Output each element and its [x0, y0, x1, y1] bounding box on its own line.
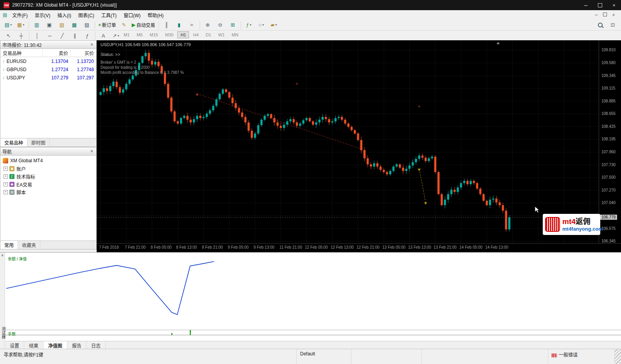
timeframe-button-M1[interactable]: M1	[121, 31, 133, 38]
profiles-button[interactable]: ▦▾	[14, 20, 27, 30]
text-tool-button[interactable]: A	[97, 31, 110, 40]
menu-item-charts[interactable]: 图表(C)	[75, 11, 98, 20]
terminal-icon: ▩	[72, 22, 77, 28]
market-watch-button[interactable]: ▥	[31, 20, 43, 30]
chart-close-button[interactable]: ×	[609, 13, 618, 17]
time-axis-label: 12 Feb 21:00	[356, 245, 380, 249]
tree-item-label: 脚本	[16, 189, 26, 195]
menu-item-file[interactable]: 文件(F)	[9, 11, 31, 20]
maximize-button[interactable]	[593, 0, 607, 10]
horizontal-line-tool-button[interactable]: ─	[43, 31, 56, 40]
ea-status-line: Month profit according to Balance is = 3…	[101, 70, 184, 75]
equity-chart[interactable]	[5, 253, 621, 341]
tester-tabs: 设置结果净值图报告日志	[5, 341, 621, 350]
chart-minimize-button[interactable]: ─	[592, 13, 601, 17]
indicators-icon: ƒ	[246, 22, 249, 28]
timeframe-button-H4[interactable]: H4	[190, 31, 202, 38]
minimize-button[interactable]: ─	[579, 0, 593, 10]
timeframe-button-D1[interactable]: D1	[203, 31, 214, 38]
templates-button[interactable]: ▰▾	[268, 20, 280, 30]
terminal-button[interactable]: ▩	[68, 20, 81, 30]
close-button[interactable]: ×	[607, 0, 621, 10]
zoom-out-button[interactable]: ⊖	[214, 20, 227, 30]
indicators-button[interactable]: ƒ▾	[243, 20, 255, 30]
periods-button[interactable]: ○▾	[255, 20, 268, 30]
timeframe-button-H1[interactable]: H1	[177, 31, 189, 38]
navigator-item-账户[interactable]: +▣账户	[0, 165, 96, 172]
menu-item-view[interactable]: 显示(V)	[31, 11, 54, 20]
expand-plus-icon[interactable]: +	[4, 167, 8, 171]
price-scale-label: 107.730	[601, 163, 616, 167]
toolbar-separator	[29, 21, 29, 29]
expand-plus-icon[interactable]: +	[4, 190, 8, 194]
timeframe-button-MN[interactable]: MN	[229, 31, 241, 38]
navigator-tab-常用[interactable]: 常用	[0, 241, 18, 249]
navigator-tabs: 常用收藏夹	[0, 240, 96, 249]
autotrading-button[interactable]: ▶自动交易	[130, 20, 157, 30]
timeframe-button-M5[interactable]: M5	[133, 31, 146, 38]
tester-tab-结果[interactable]: 结果	[24, 341, 43, 350]
market-watch-close-button[interactable]: ×	[89, 42, 94, 47]
chart-restore-button[interactable]	[601, 13, 609, 17]
connection-bars-icon	[552, 353, 557, 357]
menu-item-window[interactable]: 窗口(W)	[120, 11, 144, 20]
navigator-tab-收藏夹[interactable]: 收藏夹	[18, 241, 40, 249]
price-scale-label: 106.575	[601, 226, 616, 231]
new-order-button[interactable]: +新订单	[97, 20, 118, 30]
vertical-line-tool-button[interactable]: │	[31, 31, 43, 40]
tester-tab-净值图[interactable]: 净值图	[43, 341, 67, 350]
time-axis-label: 13 Feb 21:00	[434, 245, 457, 249]
market-watch-tab-即时图[interactable]: 即时图	[27, 138, 50, 147]
zoom-in-button[interactable]: ⊕	[202, 20, 214, 30]
timeframe-button-W1[interactable]: W1	[215, 31, 228, 38]
menu-item-tools[interactable]: 工具(T)	[98, 11, 120, 20]
trendline-tool-button[interactable]: ╱	[56, 31, 68, 40]
expand-plus-icon[interactable]: +	[4, 182, 8, 186]
data-window-button[interactable]: ▣	[43, 20, 56, 30]
navigator-item-脚本[interactable]: +▤脚本	[0, 188, 96, 196]
bar-chart-button[interactable]: ║	[160, 20, 173, 30]
metaeditor-button[interactable]: ✎	[118, 20, 130, 30]
mt4-logo-icon	[3, 158, 8, 163]
chart-options-button[interactable]: ⊡	[607, 20, 619, 30]
status-connection[interactable]: 一般错误	[548, 349, 615, 364]
status-profile[interactable]: Default	[297, 349, 351, 364]
cursor-tool-button[interactable]: ↖	[2, 31, 15, 40]
strategy-tester-button[interactable]: ▨	[81, 20, 93, 30]
tester-tab-报告[interactable]: 报告	[67, 341, 86, 350]
navigator-item-EA交易[interactable]: +◆EA交易	[0, 180, 96, 188]
menu-item-insert[interactable]: 插入(I)	[54, 11, 75, 20]
crosshair-tool-button[interactable]: ┼	[15, 31, 27, 40]
navigator-item-技术指标[interactable]: +ƒ技术指标	[0, 172, 96, 180]
timeframe-button-M15[interactable]: M15	[147, 31, 161, 38]
find-symbol-button[interactable]	[594, 20, 607, 30]
new-order-label: 新订单	[102, 22, 116, 28]
tester-close-button[interactable]: ×	[0, 253, 5, 258]
tile-windows-button[interactable]: ⊞	[227, 20, 239, 30]
market-watch-row[interactable]: ↕EURUSD1.137041.13720	[0, 57, 96, 65]
tester-tab-日志[interactable]: 日志	[86, 341, 106, 350]
timeframe-button-M30[interactable]: M30	[162, 31, 176, 38]
market-watch-row[interactable]: ↕USDJPY107.279107.297	[0, 74, 96, 82]
navigator-close-button[interactable]: ×	[89, 149, 94, 154]
restore-icon	[603, 13, 607, 16]
chart-shift-marker[interactable]	[497, 42, 500, 44]
navigator-button[interactable]: ▧	[56, 20, 68, 30]
menu-item-help[interactable]: 帮助(H)	[144, 11, 167, 20]
channel-tool-button[interactable]: ∥	[68, 31, 81, 40]
chart-window[interactable]: USDJPY,H1 106.549 106.806 106.547 106.77…	[97, 40, 621, 252]
price-scale-label: 107.040	[601, 201, 616, 205]
market-watch-row[interactable]: ↕GBPUSD1.277241.27748	[0, 65, 96, 74]
fibonacci-tool-button[interactable]: ƒ	[81, 31, 94, 40]
candlestick-chart-button[interactable]: ▮	[173, 20, 185, 30]
tester-tab-设置[interactable]: 设置	[5, 341, 24, 350]
line-chart-button[interactable]: ≈	[185, 20, 198, 30]
tester-side-strip: × 测试器	[0, 253, 5, 349]
time-axis-label: 9 Feb 13:00	[254, 245, 274, 249]
navigator-root-item[interactable]: XM Global MT4	[0, 157, 96, 165]
expand-plus-icon[interactable]: +	[4, 174, 8, 179]
new-chart-button[interactable]: ▤▾	[2, 20, 14, 30]
market-watch-header: 市场报价: 11:30:42 ×	[0, 41, 96, 49]
resize-grip[interactable]	[615, 349, 621, 364]
market-watch-tab-交易品种[interactable]: 交易品种	[0, 138, 27, 147]
